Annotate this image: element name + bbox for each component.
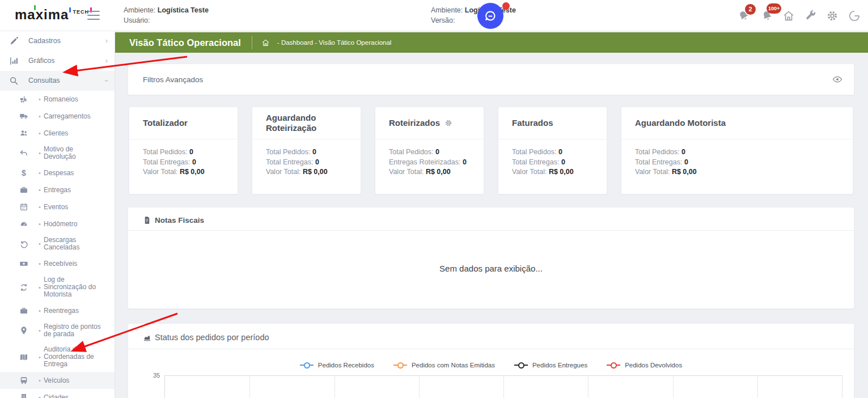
top-header: maxima TECH Ambiente: Logística Teste Us… <box>0 0 868 31</box>
settings-gear-icon[interactable] <box>826 10 839 22</box>
chevron-right-icon: › <box>105 56 108 65</box>
sidebar-item-reentregas[interactable]: •Reentregas <box>0 302 115 319</box>
legend-marker <box>393 365 407 366</box>
tools-wrench-icon[interactable] <box>805 10 817 22</box>
y-axis-tick: 35 <box>153 372 160 379</box>
eye-icon[interactable] <box>832 74 842 84</box>
card-title: Aguardando Roteirização <box>266 113 350 133</box>
map-icon <box>19 353 28 362</box>
card-faturados: Faturados Total Pedidos: 0 Total Entrega… <box>498 107 607 194</box>
sidebar-item-motivo-devolucao[interactable]: •Motivo de Devolução <box>0 142 115 164</box>
card-row: Total Pedidos: 0 <box>389 147 470 158</box>
card-title: Aguardando Motorista <box>635 118 726 128</box>
sidebar-item-eventos[interactable]: •Eventos <box>0 198 115 215</box>
sidebar-item-graficos[interactable]: Gráficos› <box>0 51 115 71</box>
legend-marker <box>300 365 314 366</box>
legend-pedidos-notas-emitidas[interactable]: Pedidos com Notas Emitidas <box>393 362 495 369</box>
main-content: Filtros Avançados Totalizador Total Pedi… <box>115 53 868 398</box>
card-aguardando-roteirizacao: Aguardando Roteirização Total Pedidos: 0… <box>252 107 361 194</box>
forklift-icon <box>19 95 28 104</box>
card-row: Valor Total: R$ 0,00 <box>266 167 347 177</box>
sidebar-item-registro-pontos-parada[interactable]: •Registro de pontos de parada <box>0 319 115 342</box>
sidebar-item-romaneios[interactable]: •Romaneios <box>0 91 115 108</box>
sidebar-item-entregas[interactable]: •Entregas <box>0 181 115 198</box>
advanced-filters-panel[interactable]: Filtros Avançados <box>128 63 854 95</box>
chevron-right-icon: › <box>105 36 108 45</box>
legend-pedidos-devolvidos[interactable]: Pedidos Devolvidos <box>607 362 682 369</box>
logo-accent-blue <box>69 7 71 12</box>
alerts-count-badge: 100+ <box>767 3 781 14</box>
chat-notification-dot <box>502 2 510 10</box>
sidebar-item-clientes[interactable]: •Clientes <box>0 125 115 142</box>
empty-state-text: Sem dados para exibição... <box>128 264 854 273</box>
sidebar-item-descargas-canceladas[interactable]: •Descargas Canceladas <box>0 232 115 255</box>
sidebar-item-cidades[interactable]: •Cidades <box>0 389 115 398</box>
card-row: Total Pedidos: 0 <box>266 147 347 158</box>
sync-icon <box>19 283 28 292</box>
card-roteirizados: Roteirizados Total Pedidos: 0 Entregas R… <box>375 107 484 194</box>
legend-marker <box>514 365 528 366</box>
card-row: Valor Total: R$ 0,00 <box>389 167 470 177</box>
location-pin-icon <box>19 326 28 335</box>
card-aguardando-motorista: Aguardando Motorista Total Pedidos: 0 To… <box>621 107 853 194</box>
card-title: Faturados <box>512 118 553 128</box>
sidebar-item-log-sincronizacao[interactable]: •Log de Sincronização do Motorista <box>0 272 115 302</box>
card-row: Total Pedidos: 0 <box>635 147 839 158</box>
card-title: Roteirizados <box>389 118 440 128</box>
bar-chart-icon <box>9 56 19 66</box>
status-pedidos-panel: Status dos pedidos por período Pedidos R… <box>128 323 854 398</box>
breadcrumb-home-icon[interactable] <box>261 39 270 47</box>
dollar-icon <box>19 168 28 177</box>
sidebar-toggle-icon[interactable] <box>87 11 100 23</box>
briefcase-icon <box>19 306 28 315</box>
page-title-bar: Visão Tático Operacional - Dashboard - V… <box>115 32 868 53</box>
chat-bubble-icon <box>483 9 498 23</box>
card-row: Total Entregas: 0 <box>635 158 839 168</box>
sidebar-item-auditoria-coordenadas[interactable]: •Auditoria de Coordenadas de Entrega <box>0 342 115 372</box>
page-title: Visão Tático Operacional <box>129 37 241 48</box>
home-icon[interactable] <box>782 10 795 22</box>
bus-icon <box>19 376 28 385</box>
chat-support-button[interactable] <box>477 3 503 29</box>
card-settings-gear-icon[interactable] <box>444 119 452 127</box>
sidebar-item-veiculos[interactable]: •Veículos <box>0 372 115 389</box>
line-chart-plot-area: 35 <box>154 375 842 398</box>
users-icon <box>19 129 28 138</box>
sidebar-item-despesas[interactable]: •Despesas <box>0 164 115 181</box>
legend-pedidos-recebidos[interactable]: Pedidos Recebidos <box>300 362 374 369</box>
summary-cards-row: Totalizador Total Pedidos: 0 Total Entre… <box>129 107 853 194</box>
logout-icon[interactable] <box>848 10 861 22</box>
environment-info: Ambiente: Logística Teste Usuário: <box>124 5 209 26</box>
gauge-icon <box>19 219 28 228</box>
card-row: Valor Total: R$ 0,00 <box>512 167 593 177</box>
notas-fiscais-panel: Notas Fiscais Sem dados para exibição... <box>128 207 854 309</box>
notifications-count-badge: 2 <box>745 4 756 15</box>
document-icon <box>143 216 151 225</box>
card-totalizador: Totalizador Total Pedidos: 0 Total Entre… <box>129 107 238 194</box>
card-row: Total Pedidos: 0 <box>512 147 593 158</box>
maximatech-logo[interactable]: maxima TECH <box>15 7 92 22</box>
sidebar-item-carregamentos[interactable]: •Carregamentos <box>0 108 115 125</box>
legend-pedidos-entregues[interactable]: Pedidos Entregues <box>514 362 587 369</box>
legend-marker <box>607 365 620 366</box>
calendar-icon <box>19 202 28 211</box>
chart-legend: Pedidos Recebidos Pedidos com Notas Emit… <box>128 362 854 369</box>
advanced-filters-label: Filtros Avançados <box>143 75 832 84</box>
sidebar-item-consultas[interactable]: Consultas› <box>0 71 115 91</box>
logo-text: maxima <box>15 7 69 22</box>
chevron-down-icon: › <box>102 79 111 82</box>
card-row: Entregas Roteirizadas: 0 <box>389 158 470 168</box>
chart-grid <box>164 375 842 398</box>
sidebar-item-recebiveis[interactable]: •Recebíveis <box>0 255 115 272</box>
reply-arrow-icon <box>19 149 28 158</box>
sidebar-item-hodometro[interactable]: •Hodômetro <box>0 215 115 232</box>
briefcase-icon <box>19 185 28 194</box>
undo-icon <box>19 239 28 248</box>
card-row: Total Pedidos: 0 <box>143 147 224 158</box>
sidebar-item-cadastros[interactable]: Cadastros› <box>0 31 115 51</box>
truck-icon <box>19 112 28 121</box>
card-row: Valor Total: R$ 0,00 <box>143 167 224 177</box>
card-row: Total Entregas: 0 <box>143 158 224 168</box>
logo-suffix: TECH <box>73 9 89 15</box>
card-row: Total Entregas: 0 <box>266 158 347 168</box>
